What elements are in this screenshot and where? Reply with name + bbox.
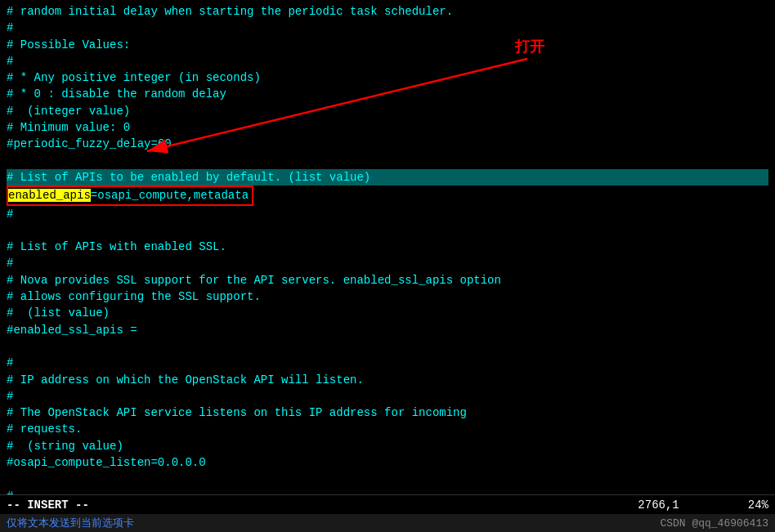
terminal-line: # The OpenStack API service listens on t… <box>7 405 768 421</box>
terminal-line: enabled_apis=osapi_compute,metadata <box>7 186 768 205</box>
terminal-line: # IP address on which the OpenStack API … <box>7 372 768 388</box>
terminal-line: #enabled_ssl_apis = <box>7 322 768 338</box>
terminal-line: # requests. <box>7 421 768 437</box>
terminal-line: # Possible Values: <box>7 37 768 53</box>
terminal-line: # (list value) <box>7 305 768 321</box>
terminal-line: # <box>7 255 768 271</box>
enabled-apis-box: enabled_apis=osapi_compute,metadata <box>7 186 253 205</box>
terminal-line: # * Any positive integer (in seconds) <box>7 69 768 86</box>
terminal-line: # (integer value) <box>7 103 768 119</box>
terminal-line: # <box>7 20 768 36</box>
terminal-line: # <box>7 388 768 405</box>
code-lines: # random initial delay when starting the… <box>7 3 768 494</box>
terminal-line <box>7 153 768 169</box>
terminal-line: # <box>7 206 768 222</box>
terminal-line: # <box>7 355 768 371</box>
terminal-line: # List of APIs to be enabled by default.… <box>7 169 768 186</box>
terminal-line: #periodic_fuzzy_delay=60 <box>7 136 768 152</box>
bottom-left-text: 仅将文本发送到当前选项卡 <box>7 516 134 530</box>
bottom-right-text: CSDN @qq_46906413 <box>660 517 768 530</box>
terminal-line: # Minimum value: 0 <box>7 119 768 136</box>
terminal-line: # <box>7 488 768 494</box>
terminal-line: # <box>7 53 768 69</box>
terminal-area: 打开 # random initial delay when starting … <box>0 0 775 494</box>
terminal-line <box>7 338 768 355</box>
percent-text: 24% <box>748 498 768 512</box>
terminal-line <box>7 222 768 239</box>
terminal-line: # random initial delay when starting the… <box>7 3 768 20</box>
status-bar: -- INSERT -- 2766,1 24% <box>0 494 775 514</box>
enabled-apis-value: =osapi_compute,metadata <box>91 189 249 202</box>
bottom-bar: 仅将文本发送到当前选项卡 CSDN @qq_46906413 <box>0 514 775 532</box>
terminal-line: # allows configuring the SSL support. <box>7 288 768 305</box>
terminal-line <box>7 471 768 487</box>
position-text: 2766,1 <box>638 498 679 512</box>
terminal-line: # List of APIs with enabled SSL. <box>7 239 768 255</box>
cursor-position: 2766,1 24% <box>638 498 768 512</box>
terminal-line: # * 0 : disable the random delay <box>7 86 768 102</box>
insert-mode-indicator: -- INSERT -- <box>7 498 89 512</box>
terminal-line: # (string value) <box>7 438 768 454</box>
terminal-line: #osapi_compute_listen=0.0.0.0 <box>7 454 768 471</box>
enabled-apis-key: enabled_apis <box>8 189 91 202</box>
terminal-line: # Nova provides SSL support for the API … <box>7 272 768 288</box>
